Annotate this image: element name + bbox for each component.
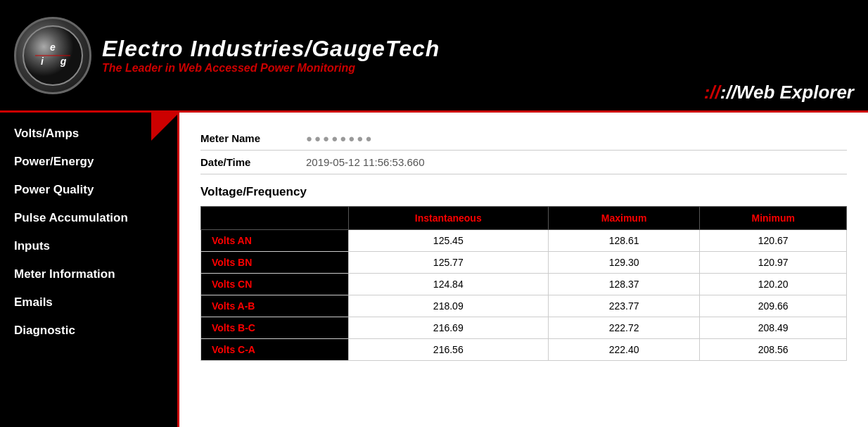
table-header-row: Instantaneous Maximum Minimum (201, 207, 847, 230)
sidebar-item-inputs[interactable]: Inputs (0, 232, 177, 260)
table-row: Volts B-C216.69222.72208.49 (201, 317, 847, 339)
row-minimum-4: 208.49 (700, 317, 847, 339)
row-label-0: Volts AN (201, 230, 349, 252)
web-explorer-colon: :// (704, 82, 720, 103)
table-header-empty (201, 207, 349, 230)
sidebar-item-pulse-accumulation[interactable]: Pulse Accumulation (0, 204, 177, 232)
sidebar-item-diagnostic[interactable]: Diagnostic (0, 317, 177, 345)
row-minimum-0: 120.67 (700, 230, 847, 252)
svg-text:g: g (60, 56, 67, 67)
meter-name-label: Meter Name (200, 132, 306, 144)
row-maximum-2: 128.37 (548, 274, 700, 295)
sidebar-item-emails[interactable]: Emails (0, 288, 177, 317)
content: Meter Name ●●●●●●●● Date/Time 2019-05-12… (179, 113, 868, 427)
sidebar-item-power-energy[interactable]: Power/Energy (0, 148, 177, 176)
row-maximum-4: 222.72 (548, 317, 700, 339)
table-header-maximum: Maximum (548, 207, 700, 230)
sidebar: Volts/Amps Power/Energy Power Quality Pu… (0, 113, 179, 427)
datetime-row: Date/Time 2019-05-12 11:56:53.660 (200, 151, 847, 174)
row-instantaneous-3: 218.09 (348, 295, 548, 317)
row-minimum-1: 120.97 (700, 252, 847, 274)
table-row: Volts C-A216.56222.40208.56 (201, 339, 847, 361)
row-maximum-3: 223.77 (548, 295, 700, 317)
row-maximum-5: 222.40 (548, 339, 700, 361)
company-tagline: The Leader in Web Accessed Power Monitor… (102, 62, 440, 75)
row-instantaneous-5: 216.56 (348, 339, 548, 361)
row-label-3: Volts A-B (201, 295, 349, 317)
row-minimum-2: 120.20 (700, 274, 847, 295)
sidebar-item-volts-amps[interactable]: Volts/Amps (0, 120, 177, 148)
table-row: Volts A-B218.09223.77209.66 (201, 295, 847, 317)
row-label-5: Volts C-A (201, 339, 349, 361)
row-instantaneous-0: 125.45 (348, 230, 548, 252)
row-minimum-3: 209.66 (700, 295, 847, 317)
sidebar-item-power-quality[interactable]: Power Quality (0, 176, 177, 204)
row-maximum-0: 128.61 (548, 230, 700, 252)
row-label-2: Volts CN (201, 274, 349, 295)
voltage-frequency-title: Voltage/Frequency (200, 185, 847, 199)
row-instantaneous-1: 125.77 (348, 252, 548, 274)
header: e i g Electro Industries/GaugeTech The L… (0, 0, 868, 113)
table-header-instantaneous: Instantaneous (348, 207, 548, 230)
datetime-label: Date/Time (200, 156, 306, 168)
meter-name-row: Meter Name ●●●●●●●● (200, 127, 847, 151)
web-explorer-text: ://Web Explorer (720, 82, 854, 103)
row-maximum-1: 129.30 (548, 252, 700, 274)
row-label-4: Volts B-C (201, 317, 349, 339)
logo-area: e i g Electro Industries/GaugeTech The L… (14, 17, 440, 94)
table-row: Volts CN124.84128.37120.20 (201, 274, 847, 295)
sidebar-item-meter-information[interactable]: Meter Information (0, 260, 177, 288)
row-minimum-5: 208.56 (700, 339, 847, 361)
row-label-1: Volts BN (201, 252, 349, 274)
company-name: Electro Industries/GaugeTech (102, 36, 440, 62)
table-header-minimum: Minimum (700, 207, 847, 230)
table-row: Volts AN125.45128.61120.67 (201, 230, 847, 252)
logo-text-area: Electro Industries/GaugeTech The Leader … (102, 36, 440, 75)
main-layout: Volts/Amps Power/Energy Power Quality Pu… (0, 113, 868, 427)
voltage-frequency-table: Instantaneous Maximum Minimum Volts AN12… (200, 206, 847, 361)
row-instantaneous-2: 124.84 (348, 274, 548, 295)
row-instantaneous-4: 216.69 (348, 317, 548, 339)
web-explorer-label: ://://Web Explorer (704, 82, 854, 103)
datetime-value: 2019-05-12 11:56:53.660 (306, 156, 424, 168)
logo-circle: e i g (14, 17, 91, 94)
meter-name-value: ●●●●●●●● (306, 132, 374, 144)
svg-text:e: e (50, 42, 56, 53)
table-row: Volts BN125.77129.30120.97 (201, 252, 847, 274)
